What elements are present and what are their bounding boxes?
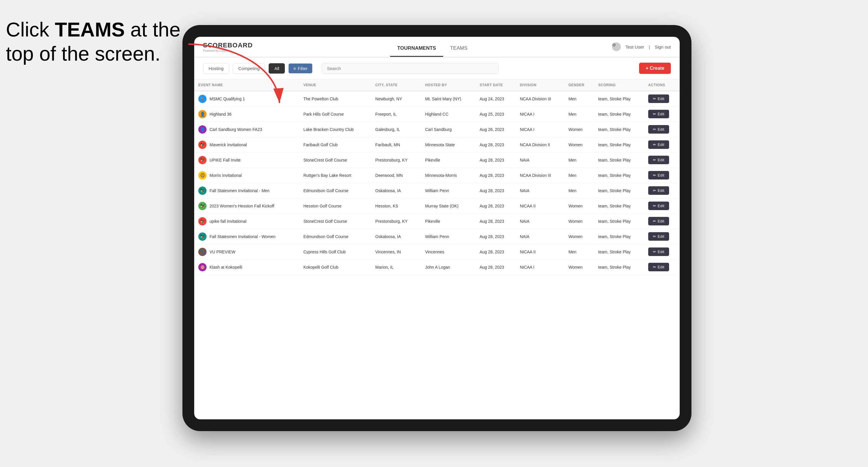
- tab-tournaments[interactable]: TOURNAMENTS: [390, 37, 443, 57]
- nav-tabs: TOURNAMENTS TEAMS: [390, 37, 474, 57]
- gender-cell: Men: [564, 91, 594, 106]
- actions-cell: ✏ Edit: [644, 214, 680, 229]
- table-row: 🦅 Fall Statesmen Invitational - Women Ed…: [194, 229, 680, 244]
- event-name-cell: 🎯 Klash at Kokopelli: [194, 259, 299, 275]
- edit-button[interactable]: ✏ Edit: [648, 156, 669, 164]
- edit-button[interactable]: ✏ Edit: [648, 263, 669, 271]
- gender-cell: Men: [564, 168, 594, 183]
- edit-button[interactable]: ✏ Edit: [648, 186, 669, 195]
- col-hosted-by: HOSTED BY: [421, 80, 475, 91]
- tournaments-table: EVENT NAME VENUE CITY, STATE HOSTED BY S…: [194, 80, 680, 275]
- hosted-by-cell: Mt. Saint Mary (NY): [421, 91, 475, 106]
- separator: |: [649, 44, 650, 50]
- hosted-by-cell: Pikeville: [421, 152, 475, 168]
- event-name-cell: 🦁 Morris Invitational: [194, 168, 299, 183]
- hosted-by-cell: Pikeville: [421, 214, 475, 229]
- user-avatar-icon: ⚙: [612, 42, 621, 51]
- edit-button[interactable]: ✏ Edit: [648, 141, 669, 149]
- edit-icon: ✏: [653, 173, 656, 178]
- gender-cell: Men: [564, 106, 594, 122]
- competing-filter-button[interactable]: Competing: [233, 63, 266, 73]
- actions-cell: ✏ Edit: [644, 122, 680, 137]
- venue-cell: Park Hills Golf Course: [299, 106, 371, 122]
- actions-cell: ✏ Edit: [644, 198, 680, 214]
- edit-label: Edit: [658, 188, 664, 193]
- edit-label: Edit: [658, 173, 664, 178]
- venue-cell: Lake Bracken Country Club: [299, 122, 371, 137]
- gender-cell: Women: [564, 137, 594, 152]
- event-name: Maverick Invitational: [210, 143, 247, 147]
- table-row: 🦅 Maverick Invitational Faribault Golf C…: [194, 137, 680, 152]
- gender-cell: Men: [564, 183, 594, 198]
- scoring-cell: team, Stroke Play: [594, 106, 644, 122]
- scoring-cell: team, Stroke Play: [594, 168, 644, 183]
- hosting-filter-button[interactable]: Hosting: [203, 63, 229, 73]
- scoring-cell: team, Stroke Play: [594, 229, 644, 244]
- actions-cell: ✏ Edit: [644, 259, 680, 275]
- event-name-cell: 🦅 2023 Women's Hesston Fall Kickoff: [194, 198, 299, 214]
- event-name-cell: 👤 Carl Sandburg Women FA23: [194, 122, 299, 137]
- filter-button[interactable]: ≡ Filter: [288, 63, 312, 73]
- division-cell: NAIA: [516, 229, 564, 244]
- edit-button[interactable]: ✏ Edit: [648, 125, 669, 133]
- user-name: Test User: [625, 44, 644, 50]
- col-scoring: SCORING: [594, 80, 644, 91]
- edit-icon: ✏: [653, 127, 656, 131]
- col-event-name: EVENT NAME: [194, 80, 299, 91]
- start-date-cell: Aug 28, 2023: [475, 259, 516, 275]
- venue-cell: Hesston Golf Course: [299, 198, 371, 214]
- city-state-cell: Prestonsburg, KY: [371, 214, 421, 229]
- hosted-by-cell: Carl Sandburg: [421, 122, 475, 137]
- search-input[interactable]: [322, 63, 498, 74]
- create-button[interactable]: + Create: [639, 63, 671, 74]
- edit-button[interactable]: ✏ Edit: [648, 171, 669, 180]
- col-city-state: CITY, STATE: [371, 80, 421, 91]
- edit-button[interactable]: ✏ Edit: [648, 110, 669, 118]
- division-cell: NCAA Division III: [516, 168, 564, 183]
- division-cell: NAIA: [516, 183, 564, 198]
- hosted-by-cell: Vincennes: [421, 244, 475, 259]
- all-filter-button[interactable]: All: [269, 63, 285, 73]
- table-row: 🦅 Fall Statesmen Invitational - Men Edmu…: [194, 183, 680, 198]
- edit-button[interactable]: ✏ Edit: [648, 201, 669, 210]
- event-name-cell: 👤 Highland 36: [194, 106, 299, 122]
- venue-cell: Cypress Hills Golf Club: [299, 244, 371, 259]
- city-state-cell: Newburgh, NY: [371, 91, 421, 106]
- edit-button[interactable]: ✏ Edit: [648, 94, 669, 103]
- sign-out-link[interactable]: Sign out: [655, 44, 671, 50]
- division-cell: NCAA Division III: [516, 91, 564, 106]
- table-row: 🦅 UPIKE Fall Invite StoneCrest Golf Cour…: [194, 152, 680, 168]
- edit-icon: ✏: [653, 265, 656, 269]
- col-gender: GENDER: [564, 80, 594, 91]
- event-name: UPIKE Fall Invite: [210, 158, 241, 162]
- event-name: Klash at Kokopelli: [210, 265, 242, 270]
- edit-button[interactable]: ✏ Edit: [648, 217, 669, 225]
- event-name-cell: 🦅 upike fall invitational: [194, 214, 299, 229]
- event-name-cell: 🐾 VU PREVIEW: [194, 244, 299, 259]
- division-cell: NICAA II: [516, 198, 564, 214]
- table-row: 👤 Highland 36 Park Hills Golf Course Fre…: [194, 106, 680, 122]
- division-cell: NICAA I: [516, 122, 564, 137]
- edit-button[interactable]: ✏ Edit: [648, 232, 669, 241]
- event-name-cell: 🏌️ MSMC Qualifying 1: [194, 91, 299, 106]
- actions-cell: ✏ Edit: [644, 106, 680, 122]
- edit-icon: ✏: [653, 143, 656, 147]
- edit-icon: ✏: [653, 96, 656, 101]
- edit-icon: ✏: [653, 204, 656, 208]
- event-name-cell: 🦅 Fall Statesmen Invitational - Men: [194, 183, 299, 198]
- edit-label: Edit: [658, 265, 664, 269]
- event-icon: 🦁: [198, 171, 207, 180]
- hosted-by-cell: John A Logan: [421, 259, 475, 275]
- tab-teams[interactable]: TEAMS: [443, 37, 475, 57]
- event-name-cell: 🦅 UPIKE Fall Invite: [194, 152, 299, 168]
- start-date-cell: Aug 28, 2023: [475, 183, 516, 198]
- city-state-cell: Galesburg, IL: [371, 122, 421, 137]
- edit-button[interactable]: ✏ Edit: [648, 247, 669, 256]
- event-name: Fall Statesmen Invitational - Men: [210, 188, 270, 193]
- edit-label: Edit: [658, 158, 664, 162]
- start-date-cell: Aug 28, 2023: [475, 244, 516, 259]
- table-row: 🦅 upike fall invitational StoneCrest Gol…: [194, 214, 680, 229]
- scoring-cell: team, Stroke Play: [594, 198, 644, 214]
- edit-label: Edit: [658, 96, 664, 101]
- event-icon: 🎯: [198, 263, 207, 271]
